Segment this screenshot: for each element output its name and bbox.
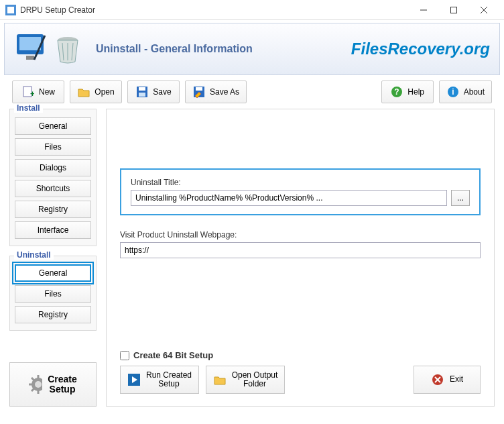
sidebar: Install General Files Dialogs Shortcuts …: [9, 109, 97, 407]
save-as-label: Save As: [210, 87, 239, 97]
sidebar-install-general[interactable]: General: [15, 117, 91, 135]
help-button[interactable]: ? Help: [381, 81, 434, 103]
open-button[interactable]: Open: [70, 81, 122, 103]
create-64bit-row[interactable]: Create 64 Bit Setup: [120, 350, 481, 360]
open-output-label: Open OutputFolder: [232, 371, 278, 388]
sidebar-uninstall-general[interactable]: General: [15, 264, 91, 282]
save-button[interactable]: Save: [127, 81, 180, 103]
banner: Uninstall - General Information FilesRec…: [4, 23, 500, 75]
main-area: Install General Files Dialogs Shortcuts …: [0, 109, 504, 411]
webpage-label: Visit Product Uninstall Webpage:: [120, 230, 481, 240]
save-icon: [135, 85, 149, 99]
close-button[interactable]: [468, 0, 499, 20]
uninstall-group-label: Uninstall: [14, 250, 54, 260]
brand-label: FilesRecovery.org: [351, 40, 490, 58]
new-label: New: [39, 87, 55, 97]
monitor-icon: [14, 30, 52, 68]
banner-title: Uninstall - General Information: [96, 43, 351, 55]
svg-rect-3: [450, 7, 456, 13]
about-label: About: [464, 87, 485, 97]
titlebar: DRPU Setup Creator: [0, 0, 504, 20]
svg-rect-8: [26, 56, 34, 60]
new-icon: +: [21, 85, 35, 99]
svg-rect-20: [196, 87, 202, 91]
create-64bit-label: Create 64 Bit Setup: [133, 350, 213, 360]
sidebar-uninstall-registry[interactable]: Registry: [15, 306, 91, 323]
browse-button[interactable]: ...: [451, 190, 470, 206]
about-button[interactable]: i About: [439, 81, 492, 103]
maximize-button[interactable]: [438, 0, 468, 20]
banner-icons: [14, 30, 81, 68]
svg-rect-7: [19, 37, 41, 50]
help-icon: ?: [390, 85, 403, 99]
sidebar-install-shortcuts[interactable]: Shortcuts: [15, 180, 91, 197]
sidebar-install-registry[interactable]: Registry: [15, 201, 91, 218]
help-label: Help: [407, 87, 424, 97]
svg-rect-1: [7, 7, 14, 13]
svg-text:i: i: [452, 87, 454, 97]
minimize-button[interactable]: [408, 0, 438, 20]
run-created-label: Run CreatedSetup: [146, 371, 192, 388]
create-setup-label: CreateSetup: [48, 374, 77, 395]
trash-icon: [54, 34, 81, 64]
content-footer: Create 64 Bit Setup Run CreatedSetup Ope…: [120, 350, 481, 394]
uninstall-group: Uninstall General Files Registry: [9, 256, 97, 331]
webpage-input[interactable]: [120, 242, 481, 258]
window-title: DRPU Setup Creator: [20, 5, 408, 15]
uninstall-title-label: Uninstall Title:: [131, 178, 470, 187]
sidebar-install-interface[interactable]: Interface: [15, 221, 91, 239]
save-label: Save: [153, 87, 171, 97]
about-icon: i: [446, 85, 460, 99]
uninstall-title-section: Uninstall Title: ...: [120, 168, 481, 215]
new-button[interactable]: + New: [12, 81, 64, 103]
save-as-icon: [192, 85, 206, 99]
folder-icon: [213, 373, 227, 386]
sidebar-uninstall-files[interactable]: Files: [15, 285, 91, 303]
install-group: Install General Files Dialogs Shortcuts …: [9, 109, 97, 246]
play-icon: [127, 373, 141, 386]
sidebar-install-files[interactable]: Files: [15, 138, 91, 156]
open-icon: [77, 85, 90, 99]
toolbar: + New Open Save Save As ? Help i About: [0, 81, 504, 109]
exit-icon: [431, 373, 444, 386]
webpage-section: Visit Product Uninstall Webpage:: [120, 230, 481, 258]
exit-label: Exit: [450, 375, 463, 384]
svg-line-31: [32, 378, 34, 380]
open-label: Open: [94, 87, 114, 97]
save-as-button[interactable]: Save As: [185, 81, 247, 103]
svg-rect-17: [139, 87, 145, 91]
svg-rect-18: [139, 93, 145, 97]
create-setup-button[interactable]: CreateSetup: [9, 362, 97, 407]
svg-point-26: [35, 381, 42, 388]
create-64bit-checkbox[interactable]: [120, 351, 129, 360]
sidebar-install-dialogs[interactable]: Dialogs: [15, 159, 91, 176]
svg-line-34: [32, 388, 34, 391]
app-icon: [5, 5, 16, 15]
svg-text:?: ?: [395, 87, 399, 97]
open-output-folder-button[interactable]: Open OutputFolder: [206, 366, 285, 394]
run-created-setup-button[interactable]: Run CreatedSetup: [120, 366, 199, 394]
install-group-label: Install: [14, 103, 43, 113]
gear-icon: [29, 378, 42, 391]
svg-text:+: +: [30, 89, 34, 98]
exit-button[interactable]: Exit: [414, 366, 481, 394]
content-panel: Uninstall Title: ... Visit Product Unins…: [106, 109, 495, 407]
uninstall-title-input[interactable]: [131, 190, 447, 206]
